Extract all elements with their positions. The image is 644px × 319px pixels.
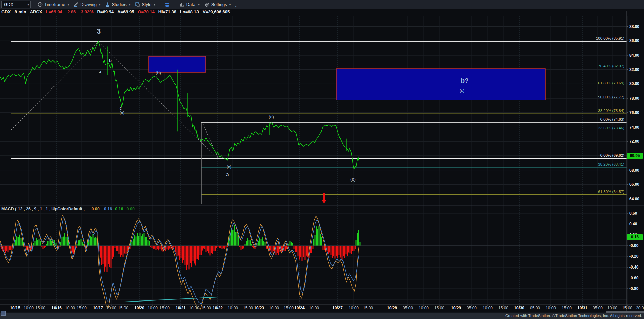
horizontal-scrollbar[interactable] [606,311,644,313]
macd-value-2: -0.16 [103,207,112,211]
quote-field: L=69.94 [46,9,62,14]
quote-field: -3.92% [79,9,93,14]
date-tick-label: 10/22 [213,306,223,310]
menu-label: Timeframe [44,2,65,7]
macd-axis-label: -0.20 [629,254,639,259]
style-menu[interactable]: Style▾ [133,0,157,9]
drawing-menu[interactable]: Drawing▾ [72,0,102,9]
chevron-down-icon: ▾ [26,3,29,6]
time-tick-label: 10:00 [269,306,279,310]
studies-menu[interactable]: Studies▾ [103,0,132,9]
menu-label: Drawing [80,2,97,7]
menu-label: Studies [112,2,126,7]
time-tick-label: 10:00 [546,306,556,310]
macd-indicator-label[interactable]: MACD ( 12 , 26 , 9 , 1 , 1 , UpColorDefa… [1,207,135,211]
time-tick-label: 10:00 [189,306,199,310]
chevron-down-icon: ▾ [229,3,231,6]
date-tick-label: 10/29 [451,306,461,310]
price-target-box[interactable] [336,69,545,100]
chevron-down-icon: ▾ [99,3,101,6]
date-tick-label: 10/15 [10,306,20,310]
format-button[interactable] [163,0,172,9]
macd-value-3: 0.16 [115,207,123,211]
price-axis-label: 66.00 [629,182,639,187]
quote-field: V=29,606,605 [203,9,230,14]
chart-area[interactable]: 100.00% (85.91)76.40% (82.07)61.80% (79.… [0,0,644,319]
timeframe-menu[interactable]: Timeframe▾ [36,0,71,9]
wave-label[interactable]: (b) [156,70,161,75]
price-axis-label: 88.00 [629,24,639,29]
fib-level-label: 38.20% (68.41) [598,162,624,166]
wave-label[interactable]: (c) [460,88,464,93]
date-tick-label: 10/23 [254,306,264,310]
menu-label: Style [142,2,151,7]
price-axis-label: 78.00 [629,96,639,101]
fib-level-label: 61.80% (79.69) [598,81,624,85]
time-tick-label: 15:00 [201,306,211,310]
price-axis-label: 86.00 [629,38,639,43]
price-target-box[interactable] [149,56,206,72]
time-tick-label: 10:00 [65,306,75,310]
wave-label[interactable]: a [226,171,229,178]
date-tick-label: 10/30 [514,306,524,310]
layers-icon [165,2,170,7]
price-axis-label: 74.00 [629,125,639,130]
quote-field: -2.86 [66,9,76,14]
chevron-down-icon: ▾ [154,3,155,6]
price-axis-label: 76.00 [629,110,639,115]
toolbar-separator [175,2,175,8]
symbol-value: GDX [4,2,13,7]
time-tick-label: 15:00 [562,306,572,310]
time-tick-label: 10:00 [228,306,238,310]
gear-icon [204,2,210,7]
status-bar: Created with TradeStation. ©TradeStation… [0,312,644,319]
wave-label[interactable]: (a) [269,114,274,119]
macd-axis-label: -0.00 [629,243,639,248]
data-menu[interactable]: Data▾ [177,0,202,9]
time-tick-label: 15:00 [434,306,444,310]
date-tick-label: 10/28 [387,306,397,310]
wave-label[interactable]: (c) [227,165,231,169]
time-tick-label: 15:00 [363,306,373,310]
fib-level-label: 100.00% (85.91) [596,36,624,40]
chevron-down-icon: ▾ [129,3,131,6]
quote-field: Hi=71.38 [158,9,176,14]
time-tick-label: 05:00 [403,306,413,310]
time-tick-label: 10:00 [309,306,319,310]
style-icon [135,2,140,7]
fib-level-label: 0.00% (74.63) [600,117,624,121]
wave-label[interactable]: (b) [350,177,356,182]
macd-value-1: 0.00 [91,207,99,211]
wave-label[interactable]: b [109,58,112,63]
fib-level-label: 38.20% (75.84) [598,109,624,113]
quote-field: ARCX [30,9,42,14]
bars-icon [179,2,185,7]
wave-label[interactable]: b? [461,77,468,84]
quote-field: Lo=68.13 [180,9,199,14]
fib-level-label: 0.00% (69.62) [600,153,624,157]
time-tick-label: 15:00 [159,306,170,310]
pencil-icon [74,2,79,7]
wave-label[interactable]: a [99,69,101,74]
macd-axis-label: -0.60 [629,276,639,280]
date-tick-label: 10/17 [93,306,103,310]
fib-level-label: 50.00% (77.77) [598,95,624,99]
time-tick-label: 05:00 [467,306,477,310]
toolbar-overflow-caret[interactable]: ▾ [235,5,237,8]
quote-field: B=69.94 [97,9,114,14]
time-tick-label: 10:00 [349,306,359,310]
time-tick-label: 10:00 [419,306,429,310]
macd-axis-label: -0.40 [629,265,639,270]
symbol-combo[interactable]: GDX ▾ [1,1,31,8]
macd-value-tag: 0.16 [627,234,643,240]
date-tick-label: 10/21 [176,306,186,310]
menu-label: Data [186,2,195,7]
wave-label[interactable]: (a) [120,111,125,115]
wave-label[interactable]: 3 [97,27,101,35]
quote-field: O=70.14 [138,9,154,14]
wave-label[interactable]: c [120,106,122,111]
time-tick-label: 10:00 [482,306,493,310]
settings-menu[interactable]: Settings▾ [202,0,233,9]
time-tick-label: 10:00 [148,306,158,310]
main-toolbar: GDX ▾ Timeframe▾Drawing▾Studies▾Style▾Da… [0,0,644,9]
